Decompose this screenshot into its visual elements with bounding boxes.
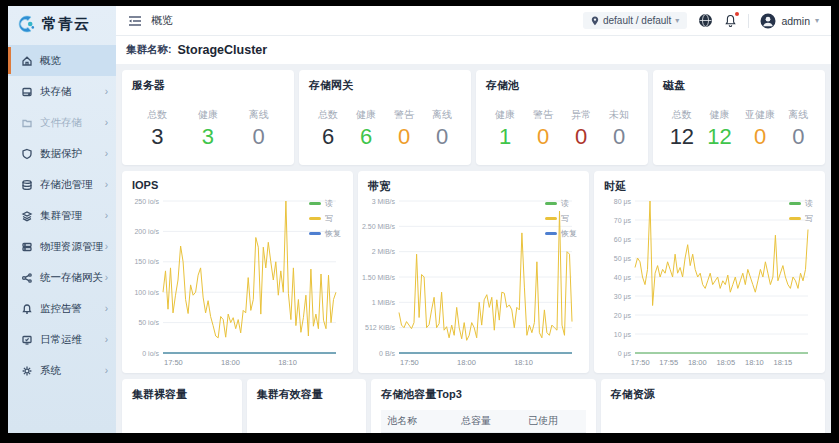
sidebar-item-label: 存储池管理	[40, 178, 93, 192]
bandwidth-chart-card: 带宽 读写恢复 3 MiB/s2.50 MiB/s2 MiB/s1.50 MiB…	[358, 171, 589, 373]
app-window: 常青云 概览 块存储 › 文件存储 › 数据保护 ›	[8, 6, 831, 433]
column-header-pool-name: 池名称	[381, 410, 455, 433]
svg-text:17:55: 17:55	[659, 358, 678, 367]
legend-label: 写	[561, 213, 569, 224]
svg-text:0 μs: 0 μs	[618, 350, 632, 358]
legend-label: 读	[805, 198, 813, 209]
card-title: 存储网关	[309, 78, 461, 93]
card-title: 存储资源	[611, 387, 815, 402]
chevron-right-icon: ›	[105, 211, 108, 221]
avatar	[760, 13, 776, 29]
svg-text:1.50 MiB/s: 1.50 MiB/s	[362, 274, 396, 281]
legend-dash-icon	[789, 202, 801, 205]
svg-text:70 μs: 70 μs	[614, 217, 632, 225]
chevron-right-icon: ›	[105, 242, 108, 252]
card-title: 磁盘	[663, 78, 815, 93]
sidebar-item-data-protection[interactable]: 数据保护 ›	[8, 138, 116, 169]
pool-capacity-table: 池名称 总容量 已使用 StoragePool 43.7 TiB 3.20 Ti…	[381, 410, 585, 433]
legend-label: 写	[805, 213, 813, 224]
svg-text:100 io/s: 100 io/s	[134, 289, 159, 296]
svg-text:18:10: 18:10	[514, 358, 533, 367]
user-menu[interactable]: admin ▾	[760, 13, 819, 29]
svg-text:18:00: 18:00	[221, 358, 240, 367]
sidebar-item-cluster[interactable]: 集群管理 ›	[8, 200, 116, 231]
svg-text:2.50 MiB/s: 2.50 MiB/s	[362, 223, 396, 230]
main-area: 概览 default / default ▾	[116, 6, 831, 433]
sidebar-item-system[interactable]: 系统 ›	[8, 355, 116, 386]
chevron-right-icon: ›	[105, 87, 108, 97]
legend-label: 恢复	[561, 228, 577, 239]
stat-cards-row: 服务器 总数3 健康3 离线0 存储网关 总数6 健康6 警告0 离线0	[122, 70, 825, 165]
stat-card-disks: 磁盘 总数12 健康12 亚健康0 离线0	[653, 70, 825, 165]
chevron-right-icon: ›	[105, 335, 108, 345]
sidebar-item-file-storage[interactable]: 文件存储 ›	[8, 107, 116, 138]
stat-card-servers: 服务器 总数3 健康3 离线0	[122, 70, 294, 165]
sidebar-item-daily-ops[interactable]: 日常运维 ›	[8, 324, 116, 355]
legend-dash-icon	[309, 202, 321, 205]
legend-item[interactable]: 写	[309, 213, 341, 224]
alarm-icon	[21, 303, 33, 315]
notification-badge	[735, 12, 739, 16]
legend-item[interactable]: 写	[789, 213, 813, 224]
used-cell: 3.20 TiB	[522, 433, 585, 434]
region-selector[interactable]: default / default ▾	[583, 12, 687, 29]
stat-offline: 离线0	[788, 108, 808, 150]
sidebar-item-block-storage[interactable]: 块存储 ›	[8, 76, 116, 107]
chevron-down-icon: ▾	[815, 16, 819, 25]
storage-pool-icon	[21, 179, 33, 191]
block-storage-icon	[21, 86, 33, 98]
card-title: 存储池	[486, 78, 638, 93]
notification-bell-icon[interactable]	[724, 14, 737, 28]
legend-item[interactable]: 读	[309, 198, 341, 209]
legend-dash-icon	[545, 232, 557, 235]
username: admin	[781, 15, 810, 27]
sidebar-item-label: 物理资源管理	[40, 240, 103, 254]
svg-text:17:50: 17:50	[164, 358, 183, 367]
stat-healthy: 健康3	[198, 108, 218, 150]
stat-total: 总数3	[147, 108, 167, 150]
sidebar-item-unified-gateway[interactable]: 统一存储网关 ›	[8, 262, 116, 293]
svg-text:18:00: 18:00	[688, 358, 707, 367]
stat-total: 总数6	[318, 108, 338, 150]
legend-item[interactable]: 恢复	[545, 228, 577, 239]
cluster-name-bar: 集群名称: StorageCluster	[116, 36, 831, 64]
svg-text:512 KiB/s: 512 KiB/s	[365, 324, 395, 331]
stat-card-pools: 存储池 健康1 警告0 异常0 未知0	[476, 70, 648, 165]
legend-item[interactable]: 恢复	[309, 228, 341, 239]
svg-text:2 MiB/s: 2 MiB/s	[372, 248, 396, 255]
legend-item[interactable]: 读	[789, 198, 813, 209]
sidebar-item-label: 统一存储网关	[40, 271, 103, 285]
divider	[748, 14, 749, 28]
bottom-row: 集群裸容量 集群有效容量 存储池容量Top3 池名称 总容量 已使用	[122, 379, 825, 433]
content: 集群名称: StorageCluster 服务器 总数3 健康3 离线0 存储网…	[116, 36, 831, 433]
total-capacity-cell: 43.7 TiB	[455, 433, 522, 434]
sidebar: 常青云 概览 块存储 › 文件存储 › 数据保护 ›	[8, 6, 116, 433]
system-icon	[21, 365, 33, 377]
card-title: 服务器	[132, 78, 284, 93]
table-row[interactable]: StoragePool 43.7 TiB 3.20 TiB	[381, 433, 585, 434]
chart-legend: 读写恢复	[545, 198, 577, 239]
sidebar-collapse-icon[interactable]	[128, 15, 142, 27]
chart-title: 带宽	[368, 179, 579, 194]
logo: 常青云	[8, 6, 116, 42]
legend-item[interactable]: 读	[545, 198, 577, 209]
sidebar-item-storage-pool[interactable]: 存储池管理 ›	[8, 169, 116, 200]
sidebar-item-label: 系统	[40, 364, 61, 378]
sidebar-item-monitoring-alarm[interactable]: 监控告警 ›	[8, 293, 116, 324]
data-protection-icon	[21, 148, 33, 160]
iops-chart-card: IOPS 读写恢复 250 io/s200 io/s150 io/s100 io…	[122, 171, 353, 373]
stat-unknown: 未知0	[609, 108, 629, 150]
stat-subhealthy: 亚健康0	[745, 108, 775, 150]
table-header-row: 池名称 总容量 已使用	[381, 410, 585, 433]
sidebar-item-physical-resource[interactable]: 物理资源管理 ›	[8, 231, 116, 262]
cluster-icon	[21, 210, 33, 222]
sidebar-item-overview[interactable]: 概览	[8, 45, 116, 76]
sidebar-item-label: 概览	[40, 54, 61, 68]
globe-icon[interactable]	[698, 13, 713, 28]
svg-text:50 μs: 50 μs	[614, 255, 632, 263]
legend-item[interactable]: 写	[545, 213, 577, 224]
pool-name-cell: StoragePool	[381, 433, 455, 434]
latency-chart: 80 μs70 μs60 μs50 μs40 μs30 μs20 μs10 μs…	[597, 195, 820, 369]
legend-label: 读	[325, 198, 333, 209]
file-storage-icon	[21, 117, 33, 129]
